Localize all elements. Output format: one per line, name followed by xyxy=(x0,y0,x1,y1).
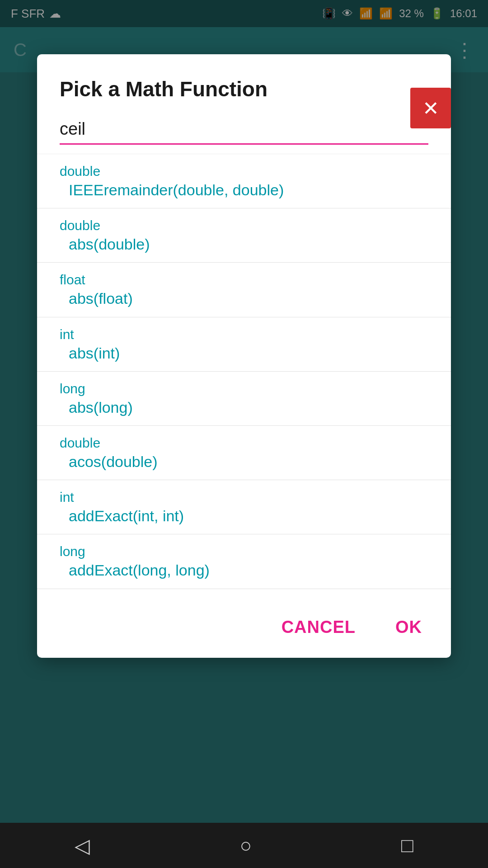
list-item[interactable]: longabs(long) xyxy=(37,372,451,426)
return-type-label: int xyxy=(60,488,428,506)
function-name-label: acos(double) xyxy=(60,452,428,472)
list-item[interactable]: intaddExact(int, int) xyxy=(37,480,451,534)
clear-search-button[interactable]: ✕ xyxy=(410,88,451,128)
return-type-label: long xyxy=(60,380,428,397)
dialog-title: Pick a Math Function xyxy=(37,54,451,115)
nav-bar: ◁ ○ □ xyxy=(0,823,488,868)
function-name-label: abs(float) xyxy=(60,288,428,308)
list-item[interactable]: doubleacos(double) xyxy=(37,426,451,480)
dialog: Pick a Math Function ✕ doubleIEEEremaind… xyxy=(37,54,451,658)
ok-button[interactable]: OK xyxy=(385,610,433,644)
list-item[interactable]: intabs(int) xyxy=(37,317,451,372)
list-item[interactable]: floatabs(float) xyxy=(37,263,451,317)
function-name-label: addExact(long, long) xyxy=(60,560,428,580)
search-container: ✕ xyxy=(37,115,451,154)
function-name-label: abs(int) xyxy=(60,343,428,363)
function-list: doubleIEEEremainder(double, double)doubl… xyxy=(37,154,451,597)
function-name-label: abs(double) xyxy=(60,234,428,254)
clear-icon: ✕ xyxy=(422,97,439,120)
function-name-label: addExact(int, int) xyxy=(60,506,428,526)
list-item[interactable]: doubleabs(double) xyxy=(37,208,451,263)
return-type-label: double xyxy=(60,434,428,452)
list-item[interactable]: doubleIEEEremainder(double, double) xyxy=(37,154,451,208)
function-name-label: abs(long) xyxy=(60,397,428,417)
return-type-label: double xyxy=(60,217,428,234)
function-name-label: IEEEremainder(double, double) xyxy=(60,180,428,200)
list-item[interactable]: doubleasin(double) xyxy=(37,589,451,597)
back-button[interactable]: ◁ xyxy=(75,834,90,857)
cancel-button[interactable]: CANCEL xyxy=(271,610,366,644)
return-type-label: double xyxy=(60,162,428,180)
home-button[interactable]: ○ xyxy=(239,834,252,857)
list-item[interactable]: longaddExact(long, long) xyxy=(37,534,451,589)
recents-button[interactable]: □ xyxy=(401,834,413,857)
return-type-label: int xyxy=(60,326,428,343)
dialog-actions: CANCEL OK xyxy=(37,597,451,658)
return-type-label: long xyxy=(60,542,428,560)
return-type-label: float xyxy=(60,271,428,288)
search-input[interactable] xyxy=(60,115,428,145)
